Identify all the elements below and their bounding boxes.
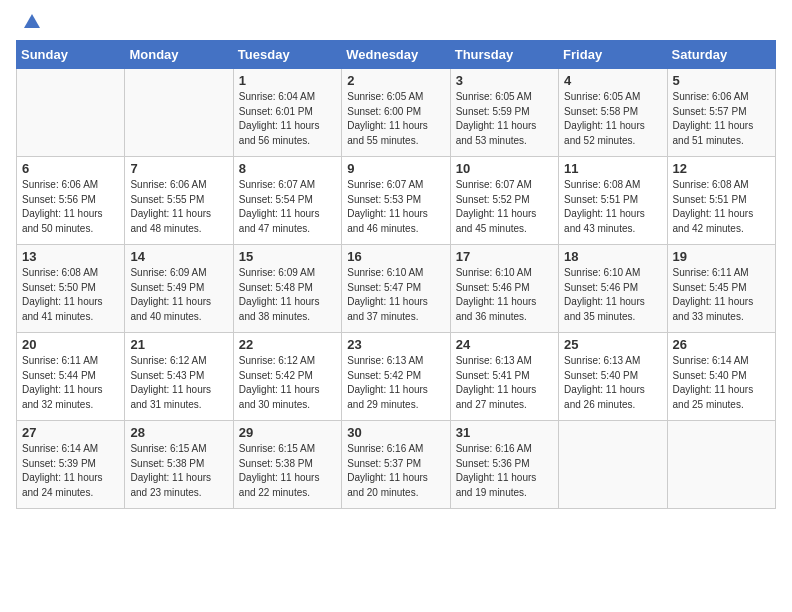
calendar-cell: 7Sunrise: 6:06 AMSunset: 5:55 PMDaylight… bbox=[125, 157, 233, 245]
calendar-cell: 11Sunrise: 6:08 AMSunset: 5:51 PMDayligh… bbox=[559, 157, 667, 245]
day-number: 25 bbox=[564, 337, 661, 352]
day-info: Sunrise: 6:09 AMSunset: 5:49 PMDaylight:… bbox=[130, 266, 227, 324]
day-info: Sunrise: 6:05 AMSunset: 5:59 PMDaylight:… bbox=[456, 90, 553, 148]
calendar-cell: 19Sunrise: 6:11 AMSunset: 5:45 PMDayligh… bbox=[667, 245, 775, 333]
day-info: Sunrise: 6:14 AMSunset: 5:39 PMDaylight:… bbox=[22, 442, 119, 500]
day-number: 30 bbox=[347, 425, 444, 440]
day-info: Sunrise: 6:08 AMSunset: 5:51 PMDaylight:… bbox=[673, 178, 770, 236]
day-info: Sunrise: 6:13 AMSunset: 5:41 PMDaylight:… bbox=[456, 354, 553, 412]
calendar-cell bbox=[17, 69, 125, 157]
day-number: 28 bbox=[130, 425, 227, 440]
day-number: 24 bbox=[456, 337, 553, 352]
logo bbox=[16, 16, 40, 30]
day-number: 16 bbox=[347, 249, 444, 264]
day-number: 27 bbox=[22, 425, 119, 440]
column-header-saturday: Saturday bbox=[667, 41, 775, 69]
calendar-cell bbox=[667, 421, 775, 509]
day-info: Sunrise: 6:10 AMSunset: 5:46 PMDaylight:… bbox=[456, 266, 553, 324]
calendar-cell: 5Sunrise: 6:06 AMSunset: 5:57 PMDaylight… bbox=[667, 69, 775, 157]
day-number: 5 bbox=[673, 73, 770, 88]
day-number: 10 bbox=[456, 161, 553, 176]
day-number: 26 bbox=[673, 337, 770, 352]
calendar-week-4: 20Sunrise: 6:11 AMSunset: 5:44 PMDayligh… bbox=[17, 333, 776, 421]
calendar-cell: 21Sunrise: 6:12 AMSunset: 5:43 PMDayligh… bbox=[125, 333, 233, 421]
calendar-table: SundayMondayTuesdayWednesdayThursdayFrid… bbox=[16, 40, 776, 509]
day-number: 6 bbox=[22, 161, 119, 176]
day-number: 4 bbox=[564, 73, 661, 88]
calendar-cell: 15Sunrise: 6:09 AMSunset: 5:48 PMDayligh… bbox=[233, 245, 341, 333]
day-info: Sunrise: 6:05 AMSunset: 6:00 PMDaylight:… bbox=[347, 90, 444, 148]
day-info: Sunrise: 6:16 AMSunset: 5:36 PMDaylight:… bbox=[456, 442, 553, 500]
day-info: Sunrise: 6:12 AMSunset: 5:42 PMDaylight:… bbox=[239, 354, 336, 412]
calendar-cell: 1Sunrise: 6:04 AMSunset: 6:01 PMDaylight… bbox=[233, 69, 341, 157]
day-info: Sunrise: 6:08 AMSunset: 5:50 PMDaylight:… bbox=[22, 266, 119, 324]
day-number: 8 bbox=[239, 161, 336, 176]
calendar-cell: 30Sunrise: 6:16 AMSunset: 5:37 PMDayligh… bbox=[342, 421, 450, 509]
column-header-friday: Friday bbox=[559, 41, 667, 69]
day-info: Sunrise: 6:09 AMSunset: 5:48 PMDaylight:… bbox=[239, 266, 336, 324]
calendar-cell: 29Sunrise: 6:15 AMSunset: 5:38 PMDayligh… bbox=[233, 421, 341, 509]
day-info: Sunrise: 6:15 AMSunset: 5:38 PMDaylight:… bbox=[239, 442, 336, 500]
column-header-sunday: Sunday bbox=[17, 41, 125, 69]
day-number: 12 bbox=[673, 161, 770, 176]
calendar-cell: 22Sunrise: 6:12 AMSunset: 5:42 PMDayligh… bbox=[233, 333, 341, 421]
day-number: 9 bbox=[347, 161, 444, 176]
calendar-cell: 18Sunrise: 6:10 AMSunset: 5:46 PMDayligh… bbox=[559, 245, 667, 333]
day-info: Sunrise: 6:10 AMSunset: 5:47 PMDaylight:… bbox=[347, 266, 444, 324]
calendar-cell: 12Sunrise: 6:08 AMSunset: 5:51 PMDayligh… bbox=[667, 157, 775, 245]
day-info: Sunrise: 6:13 AMSunset: 5:40 PMDaylight:… bbox=[564, 354, 661, 412]
day-number: 13 bbox=[22, 249, 119, 264]
column-header-monday: Monday bbox=[125, 41, 233, 69]
calendar-header-row: SundayMondayTuesdayWednesdayThursdayFrid… bbox=[17, 41, 776, 69]
day-info: Sunrise: 6:06 AMSunset: 5:57 PMDaylight:… bbox=[673, 90, 770, 148]
day-number: 14 bbox=[130, 249, 227, 264]
day-number: 1 bbox=[239, 73, 336, 88]
calendar-cell: 16Sunrise: 6:10 AMSunset: 5:47 PMDayligh… bbox=[342, 245, 450, 333]
logo-icon bbox=[22, 12, 40, 30]
calendar-cell: 31Sunrise: 6:16 AMSunset: 5:36 PMDayligh… bbox=[450, 421, 558, 509]
calendar-cell: 28Sunrise: 6:15 AMSunset: 5:38 PMDayligh… bbox=[125, 421, 233, 509]
svg-marker-0 bbox=[24, 14, 40, 28]
calendar-cell: 17Sunrise: 6:10 AMSunset: 5:46 PMDayligh… bbox=[450, 245, 558, 333]
day-info: Sunrise: 6:10 AMSunset: 5:46 PMDaylight:… bbox=[564, 266, 661, 324]
calendar-cell: 14Sunrise: 6:09 AMSunset: 5:49 PMDayligh… bbox=[125, 245, 233, 333]
calendar-week-2: 6Sunrise: 6:06 AMSunset: 5:56 PMDaylight… bbox=[17, 157, 776, 245]
day-number: 31 bbox=[456, 425, 553, 440]
day-number: 7 bbox=[130, 161, 227, 176]
calendar-cell: 4Sunrise: 6:05 AMSunset: 5:58 PMDaylight… bbox=[559, 69, 667, 157]
calendar-cell bbox=[125, 69, 233, 157]
calendar-cell: 3Sunrise: 6:05 AMSunset: 5:59 PMDaylight… bbox=[450, 69, 558, 157]
day-number: 18 bbox=[564, 249, 661, 264]
day-info: Sunrise: 6:07 AMSunset: 5:53 PMDaylight:… bbox=[347, 178, 444, 236]
calendar-cell: 25Sunrise: 6:13 AMSunset: 5:40 PMDayligh… bbox=[559, 333, 667, 421]
day-info: Sunrise: 6:07 AMSunset: 5:52 PMDaylight:… bbox=[456, 178, 553, 236]
calendar-cell: 10Sunrise: 6:07 AMSunset: 5:52 PMDayligh… bbox=[450, 157, 558, 245]
day-number: 22 bbox=[239, 337, 336, 352]
day-info: Sunrise: 6:11 AMSunset: 5:45 PMDaylight:… bbox=[673, 266, 770, 324]
day-info: Sunrise: 6:07 AMSunset: 5:54 PMDaylight:… bbox=[239, 178, 336, 236]
calendar-cell: 6Sunrise: 6:06 AMSunset: 5:56 PMDaylight… bbox=[17, 157, 125, 245]
day-info: Sunrise: 6:05 AMSunset: 5:58 PMDaylight:… bbox=[564, 90, 661, 148]
calendar-cell: 13Sunrise: 6:08 AMSunset: 5:50 PMDayligh… bbox=[17, 245, 125, 333]
day-info: Sunrise: 6:15 AMSunset: 5:38 PMDaylight:… bbox=[130, 442, 227, 500]
day-number: 19 bbox=[673, 249, 770, 264]
day-number: 23 bbox=[347, 337, 444, 352]
calendar-week-3: 13Sunrise: 6:08 AMSunset: 5:50 PMDayligh… bbox=[17, 245, 776, 333]
day-info: Sunrise: 6:16 AMSunset: 5:37 PMDaylight:… bbox=[347, 442, 444, 500]
column-header-tuesday: Tuesday bbox=[233, 41, 341, 69]
page-header bbox=[16, 16, 776, 30]
day-number: 17 bbox=[456, 249, 553, 264]
day-number: 20 bbox=[22, 337, 119, 352]
day-info: Sunrise: 6:06 AMSunset: 5:56 PMDaylight:… bbox=[22, 178, 119, 236]
calendar-cell: 20Sunrise: 6:11 AMSunset: 5:44 PMDayligh… bbox=[17, 333, 125, 421]
calendar-week-1: 1Sunrise: 6:04 AMSunset: 6:01 PMDaylight… bbox=[17, 69, 776, 157]
day-info: Sunrise: 6:08 AMSunset: 5:51 PMDaylight:… bbox=[564, 178, 661, 236]
day-info: Sunrise: 6:12 AMSunset: 5:43 PMDaylight:… bbox=[130, 354, 227, 412]
day-info: Sunrise: 6:13 AMSunset: 5:42 PMDaylight:… bbox=[347, 354, 444, 412]
calendar-cell: 23Sunrise: 6:13 AMSunset: 5:42 PMDayligh… bbox=[342, 333, 450, 421]
calendar-cell: 8Sunrise: 6:07 AMSunset: 5:54 PMDaylight… bbox=[233, 157, 341, 245]
calendar-cell: 24Sunrise: 6:13 AMSunset: 5:41 PMDayligh… bbox=[450, 333, 558, 421]
calendar-cell bbox=[559, 421, 667, 509]
column-header-thursday: Thursday bbox=[450, 41, 558, 69]
day-number: 21 bbox=[130, 337, 227, 352]
